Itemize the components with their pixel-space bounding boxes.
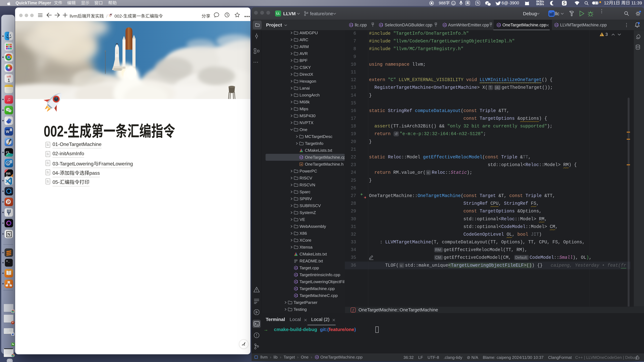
svg-text:C: C (295, 281, 296, 283)
svg-text:CL: CL (6, 150, 10, 154)
svg-text:H: H (300, 163, 302, 166)
svg-text:C: C (555, 24, 557, 26)
svg-text:!: ! (601, 33, 602, 36)
svg-text:C: C (295, 274, 296, 276)
svg-text:C: C (380, 24, 382, 26)
svg-text:C: C (498, 24, 499, 26)
svg-text:C: C (295, 267, 296, 269)
svg-text:C: C (295, 295, 296, 297)
svg-text:C: C (350, 24, 352, 26)
svg-text:C: C (444, 24, 445, 26)
svg-text:C: C (300, 156, 302, 159)
svg-text:RR: RR (6, 172, 10, 175)
svg-text:C: C (295, 288, 296, 290)
svg-text:C: C (316, 356, 317, 359)
